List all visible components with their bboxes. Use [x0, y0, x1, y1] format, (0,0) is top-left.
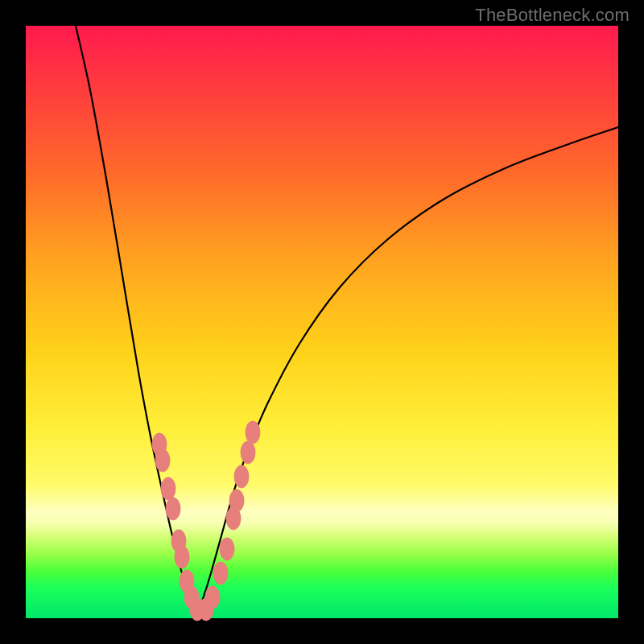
watermark-text: TheBottleneck.com	[475, 5, 630, 26]
bead-marker	[175, 546, 189, 568]
bead-marker	[155, 449, 170, 472]
bead-marker	[205, 586, 220, 609]
curves-svg	[26, 26, 618, 618]
curve-left-branch	[76, 26, 197, 613]
bead-marker	[241, 441, 255, 464]
bead-marker	[220, 538, 234, 560]
bead-marker	[213, 562, 228, 584]
chart-frame: TheBottleneck.com	[0, 0, 644, 644]
bead-marker	[234, 465, 249, 488]
bead-marker	[246, 421, 260, 444]
bead-marker	[161, 477, 175, 500]
curve-right-branch	[197, 127, 618, 613]
bead-marker	[229, 489, 244, 512]
bead-marker	[166, 497, 180, 520]
